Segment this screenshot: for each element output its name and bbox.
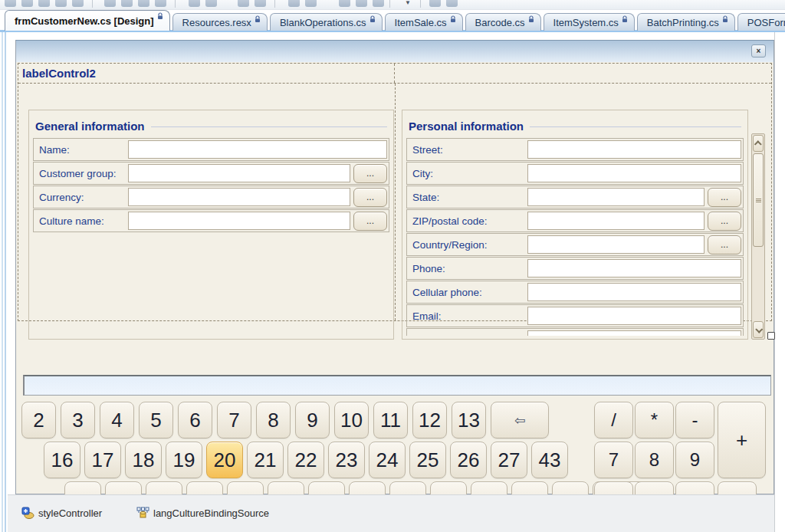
toolbar-icon-fragment — [38, 0, 50, 7]
text-input[interactable] — [527, 164, 741, 182]
key-plus[interactable]: + — [718, 402, 766, 478]
key-blank[interactable] — [64, 481, 101, 494]
ellipsis-button[interactable]: ... — [353, 188, 387, 207]
toolbar-icon-fragment — [373, 0, 384, 7]
key-blank[interactable] — [308, 481, 345, 494]
tab-barcode-cs[interactable]: Barcode.cs — [465, 13, 541, 31]
key-blank[interactable] — [511, 481, 548, 494]
ellipsis-button[interactable]: ... — [708, 212, 741, 231]
key-blank[interactable] — [349, 481, 386, 494]
key-26[interactable]: 26 — [450, 442, 487, 478]
ellipsis-button[interactable]: ... — [353, 164, 387, 183]
text-input[interactable] — [527, 283, 741, 301]
key-43[interactable]: 43 — [531, 442, 568, 478]
tab-frmcustomernew-cs-design[interactable]: frmCustomerNew.cs [Design] — [5, 10, 170, 31]
toolbar-separator — [175, 0, 176, 8]
key-4[interactable]: 4 — [100, 402, 134, 438]
key-blank[interactable] — [471, 481, 507, 494]
canvas-right-gutter — [774, 32, 785, 532]
key-9[interactable]: 9 — [675, 442, 714, 478]
key-blank[interactable] — [227, 481, 264, 494]
tab-batchprinting-cs[interactable]: BatchPrinting.cs — [637, 13, 735, 31]
key-12[interactable]: 12 — [412, 402, 447, 438]
text-input[interactable] — [527, 235, 705, 254]
key-10[interactable]: 10 — [334, 402, 369, 438]
key-13[interactable]: 13 — [452, 402, 486, 438]
key-6[interactable]: 6 — [178, 402, 212, 438]
tray-item-stylecontroller[interactable]: styleController — [21, 507, 102, 520]
scroll-down-button[interactable] — [753, 321, 764, 338]
key-blank[interactable] — [430, 481, 467, 494]
key-minus[interactable]: - — [675, 402, 714, 438]
scroll-thumb[interactable] — [753, 153, 764, 247]
field-label: City: — [409, 168, 527, 179]
backspace-key[interactable]: ⇦ — [491, 402, 549, 438]
key-blank[interactable] — [389, 481, 426, 494]
key-blank[interactable] — [594, 481, 633, 494]
key-7[interactable]: 7 — [594, 442, 633, 478]
text-input[interactable] — [128, 164, 350, 182]
key-11[interactable]: 11 — [373, 402, 408, 438]
personal-scrollbar[interactable] — [751, 133, 765, 340]
text-input[interactable] — [128, 140, 387, 159]
key-blank[interactable] — [635, 481, 674, 494]
key-multiply[interactable]: * — [635, 402, 674, 438]
form-close-button[interactable]: × — [751, 44, 766, 57]
key-19[interactable]: 19 — [166, 442, 202, 478]
key-3[interactable]: 3 — [61, 402, 95, 438]
key-blank[interactable] — [105, 481, 142, 494]
ellipsis-button[interactable]: ... — [353, 212, 387, 231]
key-17[interactable]: 17 — [84, 442, 121, 478]
key-8[interactable]: 8 — [256, 402, 291, 438]
keypad-display[interactable] — [23, 375, 771, 396]
key-5[interactable]: 5 — [139, 402, 173, 438]
text-input[interactable] — [527, 212, 705, 230]
lock-icon — [157, 12, 163, 20]
key-blank[interactable] — [146, 481, 182, 494]
key-blank[interactable] — [268, 481, 304, 494]
key-16[interactable]: 16 — [44, 442, 80, 478]
tab-label: Resources.resx — [182, 17, 251, 28]
text-input[interactable] — [527, 307, 741, 325]
tab-resources-resx[interactable]: Resources.resx — [172, 13, 268, 31]
ellipsis-button[interactable]: ... — [708, 188, 741, 207]
text-input[interactable] — [128, 188, 350, 206]
key-25[interactable]: 25 — [409, 442, 446, 478]
form-resize-handle[interactable] — [767, 332, 775, 340]
label-control-cell[interactable]: labelControl2 — [18, 64, 395, 83]
key-21[interactable]: 21 — [247, 442, 284, 478]
key-22[interactable]: 22 — [287, 442, 324, 478]
keypad-operator-block: /*-+789 — [594, 402, 767, 494]
text-input[interactable] — [128, 212, 350, 230]
key-20[interactable]: 20 — [206, 442, 243, 478]
key-8[interactable]: 8 — [635, 442, 674, 478]
key-24[interactable]: 24 — [369, 442, 406, 478]
key-blank[interactable] — [552, 481, 589, 494]
key-blank[interactable] — [718, 481, 757, 494]
key-9[interactable]: 9 — [295, 402, 330, 438]
keypad-row-2: 16171819202122232425262743 — [44, 442, 568, 478]
tab-blankoperations-cs[interactable]: BlankOperations.cs — [270, 13, 383, 31]
key-divide[interactable]: / — [594, 402, 633, 438]
key-18[interactable]: 18 — [125, 442, 162, 478]
keypad-row-1: 2345678910111213⇦ — [21, 402, 549, 438]
text-input[interactable] — [527, 259, 741, 277]
key-7[interactable]: 7 — [217, 402, 251, 438]
tab-itemsale-cs[interactable]: ItemSale.cs — [385, 13, 463, 31]
key-2[interactable]: 2 — [21, 402, 56, 438]
key-blank[interactable] — [186, 481, 223, 494]
key-blank[interactable] — [675, 481, 714, 494]
text-input[interactable] — [527, 188, 705, 206]
tab-posformsmanag[interactable]: POSFormsManag — [737, 13, 785, 31]
toolbar-icon-fragment — [72, 0, 84, 7]
overflow-dropdown-icon[interactable]: ▼ — [405, 0, 411, 6]
text-input[interactable] — [527, 140, 741, 159]
text-input[interactable] — [527, 330, 741, 336]
tab-itemsystem-cs[interactable]: ItemSystem.cs — [544, 13, 635, 31]
scroll-up-button[interactable] — [753, 135, 764, 152]
key-27[interactable]: 27 — [491, 442, 527, 478]
ellipsis-button[interactable]: ... — [708, 235, 741, 255]
key-23[interactable]: 23 — [328, 442, 365, 478]
tray-item-langculturebindingsource[interactable]: langCultureBindingSource — [136, 507, 269, 520]
vs-designer-screen: ▼ frmCustomerNew.cs [Design]Resources.re… — [0, 0, 785, 532]
